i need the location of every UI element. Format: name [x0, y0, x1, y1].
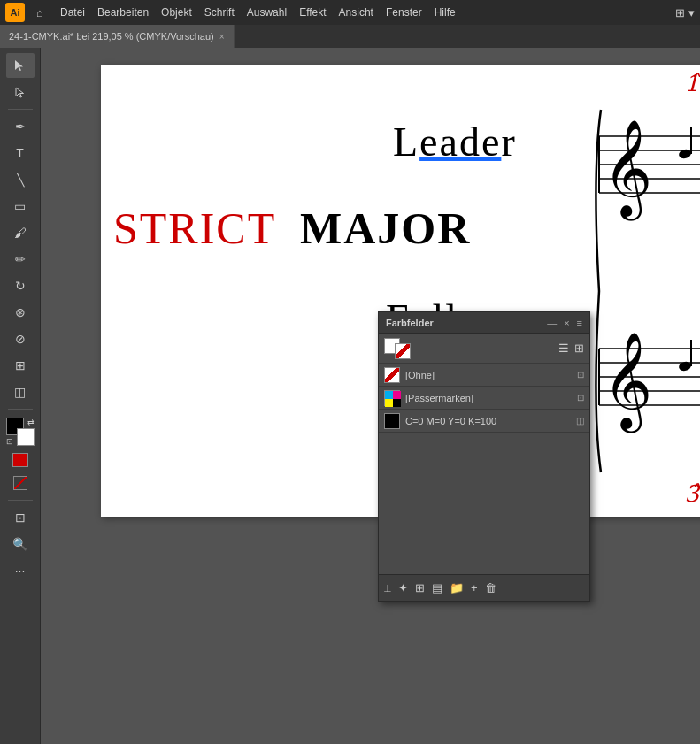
red-fill-icon[interactable] [12, 453, 28, 467]
rectangle-tool[interactable]: ▭ [6, 194, 35, 219]
tab-close-button[interactable]: × [219, 32, 225, 42]
swap-colors-icon[interactable]: ⇄ [27, 418, 35, 426]
menu-bearbeiten[interactable]: Bearbeiten [92, 4, 154, 20]
swatch-black-type-icon: ◫ [576, 416, 584, 426]
ai-logo: Ai [5, 3, 25, 22]
panel-toolbar-right: ☰ ⊞ [558, 341, 584, 355]
eyedropper-tool[interactable]: ⊘ [6, 326, 35, 351]
farbfelder-panel: Farbfelder — × ≡ ☰ ⊞ [378, 311, 590, 602]
leader-label: Leader [393, 119, 517, 165]
menu-ansicht[interactable]: Ansicht [334, 4, 379, 20]
gradient-tool[interactable]: ◫ [6, 380, 35, 404]
swatch-item-passermarken[interactable]: [Passermarken] ⊡ [379, 387, 589, 410]
panel-footer-btn-star[interactable]: ✦ [398, 581, 408, 594]
panel-footer-btn-delete[interactable]: 🗑 [485, 581, 496, 594]
swatch-passermarken-label: [Passermarken] [405, 393, 572, 403]
menu-schrift[interactable]: Schrift [199, 4, 240, 20]
panel-footer-btn-add[interactable]: + [471, 581, 478, 594]
swatch-none-label: [Ohne] [405, 370, 572, 380]
line-tool[interactable]: ╲ [6, 167, 35, 192]
swatch-item-black[interactable]: C=0 M=0 Y=0 K=100 ◫ [379, 410, 589, 433]
panel-toolbar: ☰ ⊞ [379, 334, 589, 364]
music-notation: 1̂ 3̂ 𝄞 [574, 65, 700, 517]
document-tab[interactable]: 24-1-CMYK.ai* bei 219,05 % (CMYK/Vorscha… [0, 25, 235, 48]
background-color[interactable] [17, 428, 35, 446]
panel-footer-btn-graph[interactable]: ⟂ [384, 581, 391, 594]
main-layout: ✒ T ╲ ▭ 🖌 ✏ ↻ ⊛ ⊘ ⊞ ◫ ⇄ ⊡ ⊡ 🔍 ··· [0, 48, 700, 744]
toolbar: ✒ T ╲ ▭ 🖌 ✏ ↻ ⊛ ⊘ ⊞ ◫ ⇄ ⊡ ⊡ 🔍 ··· [0, 48, 41, 744]
swatch-passermarken-type-icon: ⊡ [577, 393, 584, 403]
pen-tool[interactable]: ✒ [6, 114, 35, 139]
slash-icon[interactable] [6, 471, 35, 495]
swatch-none-type-icon: ⊡ [577, 370, 584, 380]
panel-footer-btn-pages[interactable]: ▤ [432, 581, 442, 594]
mesh-tool[interactable]: ⊞ [6, 353, 35, 378]
panel-color-preview[interactable] [384, 338, 411, 359]
menu-objekt[interactable]: Objekt [156, 4, 197, 20]
panel-footer-btn-folder[interactable]: 📁 [450, 581, 464, 594]
pencil-tool[interactable]: ✏ [6, 247, 35, 272]
menubar: Ai ⌂ Datei Bearbeiten Objekt Schrift Aus… [0, 0, 700, 25]
color-swatch-area[interactable]: ⇄ ⊡ [6, 418, 35, 446]
tab-title: 24-1-CMYK.ai* bei 219,05 % (CMYK/Vorscha… [9, 31, 214, 42]
swatch-none-icon [384, 367, 400, 383]
number-label-3: 3̂ [684, 480, 699, 508]
panel-title: Farbfelder [386, 318, 434, 328]
reset-colors-icon[interactable]: ⊡ [6, 437, 13, 446]
swatch-item-none[interactable]: [Ohne] ⊡ [379, 364, 589, 387]
menu-auswahl[interactable]: Auswahl [242, 4, 292, 20]
direct-selection-tool[interactable] [6, 80, 35, 104]
canvas-area[interactable]: Leader STRICT MAJOR Follower 1̂ 3̂ [41, 48, 700, 744]
panel-close-icon[interactable]: × [564, 318, 569, 328]
swatch-passermarken-icon [384, 390, 400, 406]
home-icon[interactable]: ⌂ [30, 3, 50, 22]
swatch-black-icon [384, 413, 400, 429]
selection-tool[interactable] [6, 53, 35, 78]
zoom-tool[interactable]: 🔍 [6, 532, 35, 556]
major-text[interactable]: MAJOR [300, 203, 471, 254]
number-label-1: 1̂ [684, 70, 699, 97]
panel-body-empty [379, 433, 589, 574]
panel-titlebar: Farbfelder — × ≡ [379, 312, 589, 334]
leader-text[interactable]: Leader [393, 119, 517, 165]
panel-footer: ⟂ ✦ ⊞ ▤ 📁 + 🗑 [379, 574, 589, 601]
panel-footer-btn-grid[interactable]: ⊞ [415, 581, 425, 594]
music-staff-svg: 𝄞 𝄞 [574, 65, 700, 517]
menu-fenster[interactable]: Fenster [381, 4, 427, 20]
type-tool[interactable]: T [6, 141, 35, 165]
panel-slash-swatch [395, 343, 411, 359]
menu-datei[interactable]: Datei [55, 4, 90, 20]
more-tools[interactable]: ··· [6, 558, 35, 583]
rotate-tool[interactable]: ↻ [6, 273, 35, 298]
tabbar: 24-1-CMYK.ai* bei 219,05 % (CMYK/Vorscha… [0, 25, 700, 48]
menu-hilfe[interactable]: Hilfe [429, 4, 461, 20]
grid-view-btn[interactable]: ⊞ [574, 341, 584, 355]
list-view-btn[interactable]: ☰ [558, 341, 569, 355]
swatch-black-label: C=0 M=0 Y=0 K=100 [405, 416, 571, 426]
blend-tool[interactable]: ⊛ [6, 300, 35, 325]
fill-stroke-none [6, 451, 35, 469]
menu-effekt[interactable]: Effekt [294, 4, 331, 20]
panel-menu-icon[interactable]: ≡ [577, 318, 582, 328]
svg-text:𝄞: 𝄞 [603, 333, 652, 433]
workspace-switcher-icon[interactable]: ⊞ ▾ [675, 6, 695, 19]
artboard-tool[interactable]: ⊡ [6, 505, 35, 530]
paintbrush-tool[interactable]: 🖌 [6, 220, 35, 245]
panel-title-icons: — × ≡ [547, 318, 582, 328]
panel-collapse-icon[interactable]: — [547, 318, 557, 328]
svg-text:𝄞: 𝄞 [603, 120, 652, 221]
strict-text[interactable]: STRICT [113, 203, 276, 254]
